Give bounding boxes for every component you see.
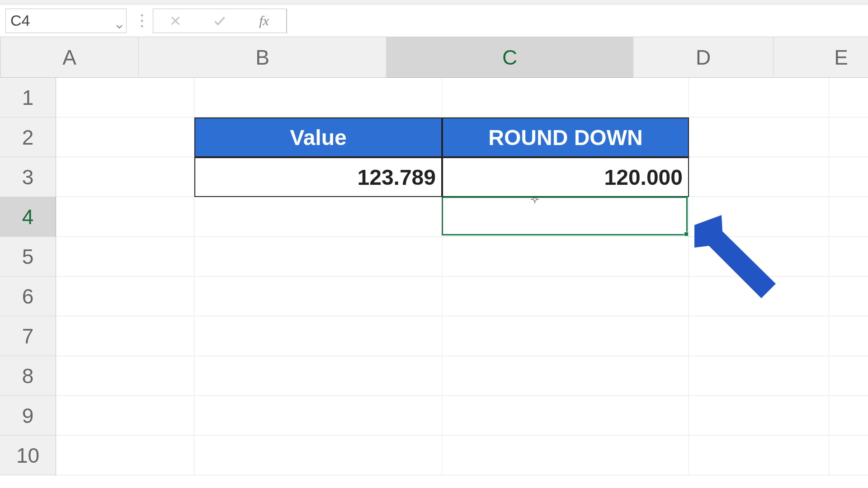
svg-point-0 xyxy=(141,14,143,16)
row-header-3[interactable]: 3 xyxy=(0,157,56,197)
cell-A10[interactable] xyxy=(56,436,194,475)
cell-A8[interactable] xyxy=(56,356,194,396)
cell-A5[interactable] xyxy=(56,237,194,277)
table-cell-rounddown[interactable]: 120.000 xyxy=(442,157,689,197)
ribbon-shadow xyxy=(0,0,868,5)
cancel-icon xyxy=(153,9,198,33)
cell-C1[interactable] xyxy=(442,78,689,117)
cell-D9[interactable] xyxy=(689,396,829,436)
column-header-D[interactable]: D xyxy=(633,37,774,78)
row-header-4[interactable]: 4 xyxy=(0,197,56,237)
cell-C5[interactable] xyxy=(442,237,689,277)
cell-A1[interactable] xyxy=(56,78,194,117)
cell-B7[interactable] xyxy=(194,316,442,356)
cell-E8[interactable] xyxy=(829,356,868,396)
column-header-E[interactable]: E xyxy=(774,37,868,78)
formula-bar: C4 fx xyxy=(0,5,868,37)
svg-point-2 xyxy=(141,25,143,27)
select-all-corner[interactable] xyxy=(0,37,0,78)
cell-C8[interactable] xyxy=(442,356,689,396)
table-cell-value[interactable]: 123.789 xyxy=(194,157,442,197)
formula-input[interactable] xyxy=(287,9,868,33)
cell-E9[interactable] xyxy=(829,396,868,436)
cell-A4[interactable] xyxy=(56,197,194,237)
cell-A2[interactable] xyxy=(56,117,194,157)
cell-D4[interactable] xyxy=(689,197,829,237)
row-header-6[interactable]: 6 xyxy=(0,277,56,316)
cell-A6[interactable] xyxy=(56,277,194,316)
name-box[interactable]: C4 xyxy=(5,9,127,33)
cell-C10[interactable] xyxy=(442,436,689,475)
cell-D7[interactable] xyxy=(689,316,829,356)
row-header-5[interactable]: 5 xyxy=(0,237,56,277)
column-header-C[interactable]: C xyxy=(387,37,633,78)
row-header-1[interactable]: 1 xyxy=(0,78,56,117)
cell-C6[interactable] xyxy=(442,277,689,316)
cell-E1[interactable] xyxy=(829,78,868,117)
formula-bar-grip-icon[interactable] xyxy=(131,5,153,37)
cell-C4[interactable] xyxy=(442,197,689,237)
cell-E4[interactable] xyxy=(829,197,868,237)
enter-check-icon xyxy=(198,9,242,33)
cell-B5[interactable] xyxy=(194,237,442,277)
cell-B1[interactable] xyxy=(194,78,442,117)
cell-D10[interactable] xyxy=(689,436,829,475)
cell-A7[interactable] xyxy=(56,316,194,356)
cell-A3[interactable] xyxy=(56,157,194,197)
cell-D2[interactable] xyxy=(689,117,829,157)
row-header-2[interactable]: 2 xyxy=(0,117,56,157)
svg-point-1 xyxy=(141,20,143,22)
cell-B8[interactable] xyxy=(194,356,442,396)
row-header-8[interactable]: 8 xyxy=(0,356,56,396)
cell-B6[interactable] xyxy=(194,277,442,316)
insert-function-button[interactable]: fx xyxy=(242,9,286,33)
cell-D8[interactable] xyxy=(689,356,829,396)
cell-E6[interactable] xyxy=(829,277,868,316)
cell-B10[interactable] xyxy=(194,436,442,475)
cell-E2[interactable] xyxy=(829,117,868,157)
cell-B9[interactable] xyxy=(194,396,442,436)
cell-C9[interactable] xyxy=(442,396,689,436)
row-headers: 12345678910 xyxy=(0,78,56,475)
chevron-down-icon[interactable] xyxy=(115,17,123,25)
row-header-7[interactable]: 7 xyxy=(0,316,56,356)
cell-D5[interactable] xyxy=(689,237,829,277)
cell-E10[interactable] xyxy=(829,436,868,475)
cell-B4[interactable] xyxy=(194,197,442,237)
table-header-value[interactable]: Value xyxy=(194,117,442,157)
cell-D6[interactable] xyxy=(689,277,829,316)
column-header-B[interactable]: B xyxy=(139,37,387,78)
cell-A9[interactable] xyxy=(56,396,194,436)
cell-D3[interactable] xyxy=(689,157,829,197)
column-headers: ABCDE xyxy=(0,37,868,78)
formula-bar-buttons: fx xyxy=(153,9,287,33)
cell-E7[interactable] xyxy=(829,316,868,356)
row-header-9[interactable]: 9 xyxy=(0,396,56,436)
table-header-rounddown[interactable]: ROUND DOWN xyxy=(442,117,689,157)
cell-D1[interactable] xyxy=(689,78,829,117)
column-header-A[interactable]: A xyxy=(0,37,139,78)
cell-C7[interactable] xyxy=(442,316,689,356)
cell-E5[interactable] xyxy=(829,237,868,277)
spreadsheet-grid: ABCDE 12345678910 ValueROUND DOWN123.789… xyxy=(0,37,868,78)
cell-E3[interactable] xyxy=(829,157,868,197)
name-box-value: C4 xyxy=(10,12,30,29)
row-header-10[interactable]: 10 xyxy=(0,436,56,475)
